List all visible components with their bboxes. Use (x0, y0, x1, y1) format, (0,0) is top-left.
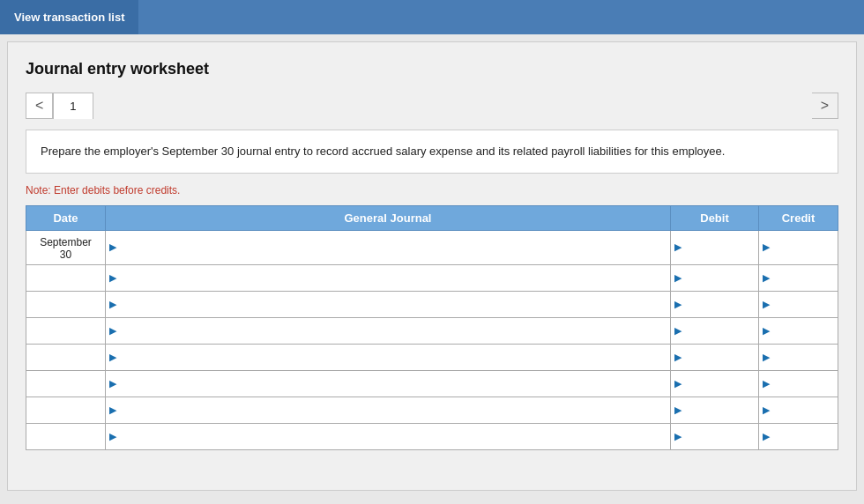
journal-input[interactable] (120, 371, 670, 397)
journal-cell[interactable]: ▶ (106, 423, 671, 449)
journal-cell[interactable]: ▶ (106, 291, 671, 317)
debit-arrow-icon: ▶ (671, 241, 685, 253)
top-bar: View transaction list (0, 0, 864, 34)
debit-cell[interactable]: ▶ (671, 264, 759, 291)
debit-arrow-icon: ▶ (671, 272, 685, 284)
debit-arrow-icon: ▶ (671, 352, 685, 363)
journal-input[interactable] (120, 424, 670, 449)
credit-input[interactable] (773, 292, 838, 317)
credit-cell[interactable]: ▶ (759, 423, 838, 449)
row-arrow-icon: ▶ (106, 378, 120, 389)
date-cell (26, 264, 106, 291)
date-cell (26, 344, 106, 370)
table-row: ▶▶▶ (26, 397, 838, 423)
journal-input[interactable] (120, 397, 670, 423)
debit-input[interactable] (685, 424, 758, 449)
current-page-tab: 1 (53, 93, 93, 119)
debit-input[interactable] (685, 371, 758, 397)
date-cell (26, 423, 106, 449)
journal-input[interactable] (120, 292, 670, 317)
debit-cell[interactable]: ▶ (671, 423, 759, 449)
col-header-debit: Debit (671, 205, 759, 230)
debit-input[interactable] (685, 292, 758, 317)
credit-arrow-icon: ▶ (759, 272, 773, 284)
row-arrow-icon: ▶ (106, 299, 120, 310)
credit-input[interactable] (773, 345, 838, 370)
debit-cell[interactable]: ▶ (671, 397, 759, 423)
credit-input[interactable] (773, 424, 838, 449)
journal-cell[interactable]: ▶ (106, 370, 671, 397)
main-content: Journal entry worksheet < 1 > Prepare th… (7, 41, 857, 491)
view-transaction-button[interactable]: View transaction list (0, 0, 138, 34)
debit-cell[interactable]: ▶ (671, 344, 759, 370)
page-navigation: < 1 > (26, 93, 838, 119)
table-row: ▶▶▶ (26, 370, 838, 397)
debit-cell[interactable]: ▶ (671, 291, 759, 317)
date-cell (26, 397, 106, 423)
col-header-general-journal: General Journal (106, 205, 671, 230)
credit-arrow-icon: ▶ (759, 352, 773, 363)
debit-input[interactable] (685, 231, 758, 264)
credit-input[interactable] (773, 231, 838, 264)
debit-arrow-icon: ▶ (671, 378, 685, 389)
debit-input[interactable] (685, 397, 758, 423)
table-row: ▶▶▶ (26, 317, 838, 344)
table-row: September30▶▶▶ (26, 230, 838, 264)
next-page-button[interactable]: > (812, 93, 838, 119)
credit-cell[interactable]: ▶ (759, 317, 838, 344)
prev-page-button[interactable]: < (26, 93, 53, 119)
credit-cell[interactable]: ▶ (759, 230, 838, 264)
credit-arrow-icon: ▶ (759, 431, 773, 442)
credit-arrow-icon: ▶ (759, 404, 773, 416)
journal-table: Date General Journal Debit Credit Septem… (26, 205, 838, 450)
debit-arrow-icon: ▶ (671, 299, 685, 310)
credit-input[interactable] (773, 318, 838, 344)
credit-arrow-icon: ▶ (759, 241, 773, 253)
row-arrow-icon: ▶ (106, 325, 120, 337)
date-cell: September30 (26, 230, 106, 264)
journal-cell[interactable]: ▶ (106, 344, 671, 370)
debit-cell[interactable]: ▶ (671, 230, 759, 264)
debit-input[interactable] (685, 265, 758, 291)
journal-input[interactable] (120, 318, 670, 344)
debit-arrow-icon: ▶ (671, 325, 685, 337)
debit-input[interactable] (685, 345, 758, 370)
date-cell (26, 317, 106, 344)
table-row: ▶▶▶ (26, 291, 838, 317)
col-header-credit: Credit (759, 205, 838, 230)
journal-cell[interactable]: ▶ (106, 264, 671, 291)
journal-cell[interactable]: ▶ (106, 317, 671, 344)
worksheet-title: Journal entry worksheet (26, 60, 838, 78)
row-arrow-icon: ▶ (106, 352, 120, 363)
row-arrow-icon: ▶ (106, 431, 120, 442)
date-cell (26, 370, 106, 397)
table-row: ▶▶▶ (26, 423, 838, 449)
credit-cell[interactable]: ▶ (759, 264, 838, 291)
debit-cell[interactable]: ▶ (671, 317, 759, 344)
credit-input[interactable] (773, 265, 838, 291)
debit-cell[interactable]: ▶ (671, 370, 759, 397)
credit-arrow-icon: ▶ (759, 325, 773, 337)
row-arrow-icon: ▶ (106, 272, 120, 284)
journal-cell[interactable]: ▶ (106, 397, 671, 423)
credit-cell[interactable]: ▶ (759, 397, 838, 423)
credit-cell[interactable]: ▶ (759, 291, 838, 317)
instruction-box: Prepare the employer's September 30 jour… (26, 130, 838, 174)
journal-input[interactable] (120, 345, 670, 370)
table-row: ▶▶▶ (26, 344, 838, 370)
date-cell (26, 291, 106, 317)
credit-cell[interactable]: ▶ (759, 370, 838, 397)
row-arrow-icon: ▶ (106, 241, 120, 253)
journal-input[interactable] (120, 231, 670, 264)
row-arrow-icon: ▶ (106, 404, 120, 416)
journal-input[interactable] (120, 265, 670, 291)
credit-input[interactable] (773, 371, 838, 397)
debit-input[interactable] (685, 318, 758, 344)
credit-arrow-icon: ▶ (759, 299, 773, 310)
note-text: Note: Enter debits before credits. (26, 184, 838, 196)
credit-cell[interactable]: ▶ (759, 344, 838, 370)
journal-cell[interactable]: ▶ (106, 230, 671, 264)
debit-arrow-icon: ▶ (671, 431, 685, 442)
table-row: ▶▶▶ (26, 264, 838, 291)
credit-input[interactable] (773, 397, 838, 423)
